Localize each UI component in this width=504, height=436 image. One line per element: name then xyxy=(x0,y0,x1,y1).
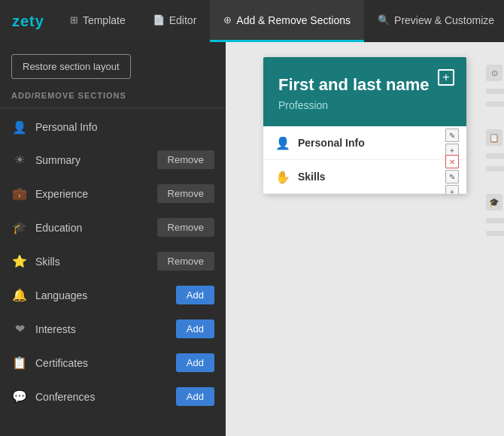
tab-editor-label: Editor xyxy=(169,14,197,26)
tab-template-label: Template xyxy=(83,14,126,26)
top-nav: zety ⊞ Template 📄 Editor ⊕ Add & Remove … xyxy=(0,0,504,42)
content-area: First and last name Profession + 👤 Perso… xyxy=(226,42,504,436)
list-item: 💼 Experience Remove xyxy=(0,177,226,210)
resume-name: First and last name xyxy=(278,75,451,95)
resume-section-label: Personal Info xyxy=(298,137,454,149)
section-label: Summary xyxy=(35,154,150,166)
personal-icon: 👤 xyxy=(11,119,28,135)
section-label: Skills xyxy=(35,256,150,268)
add-remove-icon: ⊕ xyxy=(223,14,232,26)
right-panel-icon-1: ⊙ xyxy=(486,65,502,81)
restore-button[interactable]: Restore section layout xyxy=(11,54,131,79)
add-skills-button[interactable]: + xyxy=(445,185,459,194)
resume-header: First and last name Profession + xyxy=(263,57,466,126)
tab-preview-label: Preview & Customize xyxy=(394,14,494,26)
section-label: Conferences xyxy=(35,391,169,403)
remove-skills-section-button[interactable]: ✕ xyxy=(445,155,459,168)
list-item: 💬 Conferences Add xyxy=(0,380,226,413)
section-label: Certificates xyxy=(35,357,169,369)
resume-section-personal: 👤 Personal Info ✎ + xyxy=(263,126,466,160)
add-interests-button[interactable]: Add xyxy=(176,319,214,338)
tab-editor[interactable]: 📄 Editor xyxy=(139,0,211,42)
right-panel-icon-2: 📋 xyxy=(486,129,502,146)
tab-add-remove-label: Add & Remove Sections xyxy=(236,14,351,26)
remove-experience-button[interactable]: Remove xyxy=(157,184,214,203)
list-item: 🔔 Languages Add xyxy=(0,278,226,312)
section-label: Interests xyxy=(35,323,169,335)
tab-add-remove[interactable]: ⊕ Add & Remove Sections xyxy=(210,0,364,42)
list-item: 👤 Personal Info xyxy=(0,111,226,143)
right-panel-partial: ⊙ 📋 🎓 xyxy=(483,57,504,244)
list-item: ⭐ Skills Remove xyxy=(0,244,226,278)
skills-icon: ⭐ xyxy=(11,253,28,270)
list-item: ☀ Summary Remove xyxy=(0,143,226,177)
editor-icon: 📄 xyxy=(153,14,165,26)
add-certificates-button[interactable]: Add xyxy=(176,353,214,372)
resume-personal-icon: 👤 xyxy=(275,135,290,150)
section-label: Languages xyxy=(35,289,169,301)
conferences-icon: 💬 xyxy=(11,389,28,405)
section-label: Experience xyxy=(35,188,150,200)
experience-icon: 💼 xyxy=(11,186,28,202)
resume-section-skills: ✋ Skills ✕ ✎ + xyxy=(263,160,466,194)
resume-card: First and last name Profession + 👤 Perso… xyxy=(263,57,466,194)
section-label: Education xyxy=(35,222,150,234)
remove-summary-button[interactable]: Remove xyxy=(157,150,214,169)
education-icon: 🎓 xyxy=(11,220,28,236)
section-actions: ✕ ✎ + xyxy=(445,155,459,194)
add-conferences-button[interactable]: Add xyxy=(176,387,214,406)
add-languages-button[interactable]: Add xyxy=(176,286,214,304)
right-panel-line xyxy=(486,231,504,236)
tab-preview[interactable]: 🔍 Preview & Customize xyxy=(364,0,504,42)
preview-icon: 🔍 xyxy=(378,14,390,26)
template-icon: ⊞ xyxy=(70,14,78,26)
section-label: Personal Info xyxy=(35,121,214,133)
section-actions: ✎ + xyxy=(445,129,459,157)
right-panel-line xyxy=(486,101,504,107)
right-panel-line xyxy=(486,218,504,223)
edit-personal-button[interactable]: ✎ xyxy=(445,129,459,142)
right-panel-line xyxy=(486,89,504,94)
resume-profession: Profession xyxy=(278,99,451,111)
right-panel-icon-3: 🎓 xyxy=(486,194,502,210)
tab-template[interactable]: ⊞ Template xyxy=(56,0,139,42)
summary-icon: ☀ xyxy=(11,152,28,168)
resume-skills-icon: ✋ xyxy=(275,169,290,184)
list-item: 🎓 Education Remove xyxy=(0,210,226,244)
edit-skills-button[interactable]: ✎ xyxy=(445,170,459,183)
list-item: 📋 Certificates Add xyxy=(0,346,226,380)
main-layout: Restore section layout ADD/REMOVE SECTIO… xyxy=(0,42,504,436)
sidebar: Restore section layout ADD/REMOVE SECTIO… xyxy=(0,42,226,436)
languages-icon: 🔔 xyxy=(11,287,28,304)
header-add-button[interactable]: + xyxy=(438,69,454,86)
resume-section-label: Skills xyxy=(298,171,454,183)
remove-skills-button[interactable]: Remove xyxy=(157,252,214,271)
interests-icon: ❤ xyxy=(11,321,28,338)
right-panel-line xyxy=(486,166,504,171)
add-remove-title: ADD/REMOVE SECTIONS xyxy=(0,91,226,108)
certificates-icon: 📋 xyxy=(11,355,28,371)
remove-education-button[interactable]: Remove xyxy=(157,218,214,237)
logo: zety xyxy=(6,13,56,30)
list-item: ❤ Interests Add xyxy=(0,312,226,346)
right-panel-line xyxy=(486,153,504,159)
